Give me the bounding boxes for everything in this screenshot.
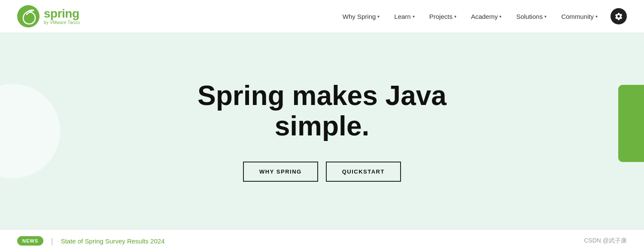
nav-item-community[interactable]: Community ▾ — [555, 9, 604, 24]
why-spring-button[interactable]: WHY SPRING — [243, 162, 318, 182]
logo-text: spring by VMware Tanzu — [44, 8, 80, 25]
chevron-down-icon: ▾ — [377, 14, 380, 19]
spring-logo-icon — [17, 5, 39, 27]
chevron-down-icon: ▾ — [544, 14, 547, 19]
nav-item-why-spring[interactable]: Why Spring ▾ — [337, 9, 386, 24]
nav-projects-label: Projects — [429, 13, 453, 20]
logo-spring-label: spring — [44, 8, 80, 20]
hero-bg-stripe — [610, 33, 644, 229]
chevron-down-icon: ▾ — [454, 14, 456, 19]
news-badge: NEWS — [17, 236, 43, 246]
hero-green-accent — [618, 85, 644, 162]
nav-why-spring-label: Why Spring — [343, 13, 376, 20]
nav-item-academy[interactable]: Academy ▾ — [465, 9, 508, 24]
hero-buttons: WHY SPRING QUICKSTART — [243, 162, 401, 182]
nav-item-solutions[interactable]: Solutions ▾ — [510, 9, 553, 24]
chevron-down-icon: ▾ — [499, 14, 501, 19]
hero-title-line1: Spring makes Java — [197, 80, 447, 111]
hero-title: Spring makes Java simple. — [197, 81, 447, 141]
nav-item-learn[interactable]: Learn ▾ — [388, 9, 420, 24]
news-link[interactable]: State of Spring Survey Results 2024 — [61, 237, 165, 245]
hero-title-line2: simple. — [275, 111, 370, 141]
nav-academy-label: Academy — [471, 13, 498, 20]
quickstart-button[interactable]: QUICKSTART — [326, 162, 401, 182]
nav-solutions-label: Solutions — [516, 13, 543, 20]
logo-byline-label: by VMware Tanzu — [44, 20, 80, 25]
news-bar: NEWS | State of Spring Survey Results 20… — [0, 229, 644, 252]
main-nav: Why Spring ▾ Learn ▾ Projects ▾ Academy … — [337, 8, 627, 24]
nav-item-projects[interactable]: Projects ▾ — [423, 9, 462, 24]
hero-section: Spring makes Java simple. WHY SPRING QUI… — [0, 33, 644, 229]
logo-area[interactable]: spring by VMware Tanzu — [17, 5, 80, 27]
news-divider: | — [51, 237, 53, 246]
watermark: CSDN @武子康 — [584, 237, 627, 245]
chevron-down-icon: ▾ — [595, 14, 598, 19]
hero-bg-circle — [0, 84, 60, 178]
settings-button[interactable] — [611, 8, 627, 24]
nav-community-label: Community — [561, 13, 594, 20]
nav-learn-label: Learn — [394, 13, 410, 20]
header: spring by VMware Tanzu Why Spring ▾ Lear… — [0, 0, 644, 33]
gear-icon — [614, 12, 623, 21]
chevron-down-icon: ▾ — [413, 14, 415, 19]
